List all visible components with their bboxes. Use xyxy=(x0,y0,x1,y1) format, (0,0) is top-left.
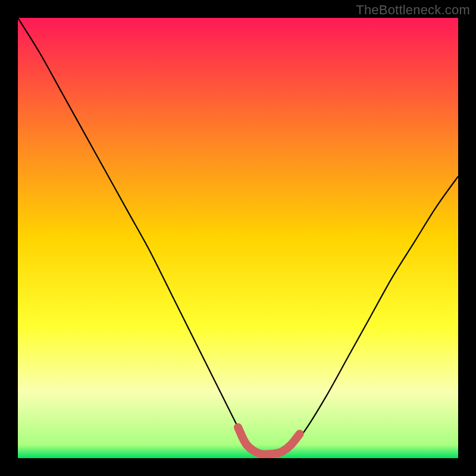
watermark-label: TheBottleneck.com xyxy=(356,2,470,18)
chart-svg xyxy=(18,18,458,458)
chart-frame: TheBottleneck.com xyxy=(0,0,476,476)
gradient-background xyxy=(18,18,458,458)
plot-area xyxy=(18,18,458,458)
